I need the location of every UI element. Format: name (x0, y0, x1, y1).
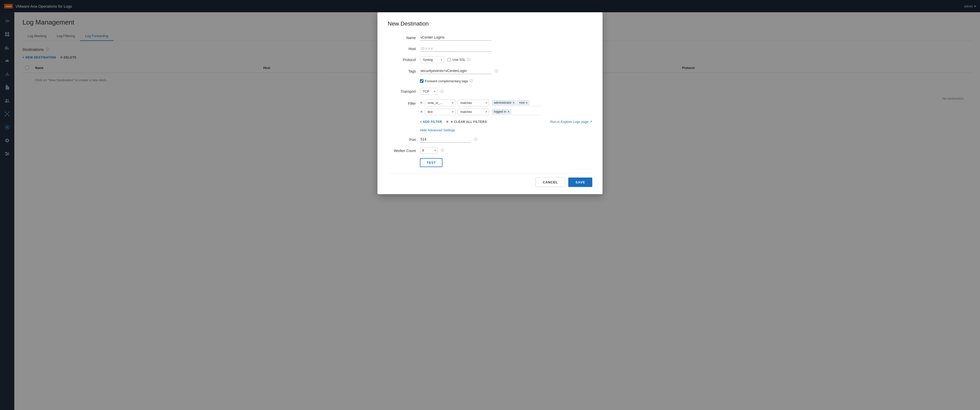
save-button[interactable]: SAVE (568, 177, 592, 187)
tags-label: Tags (388, 68, 416, 73)
run-explore-icon: ↗ (589, 120, 592, 123)
hide-advanced-settings-link[interactable]: Hide Advanced Settings (420, 128, 592, 132)
filter-2-tag-logged-in-label: logged in (494, 110, 506, 113)
use-ssl-wrap: Use SSL ⓘ (447, 57, 470, 62)
tags-info-icon: ⓘ (495, 69, 498, 73)
worker-count-control: 1 2 4 8 16 ▾ ⓘ (420, 147, 592, 154)
filter-1-tag-root: root ✕ (517, 100, 530, 105)
use-ssl-label[interactable]: Use SSL (452, 58, 465, 62)
transport-info-icon: ⓘ (441, 89, 444, 94)
test-button[interactable]: TEST (420, 158, 442, 167)
filter-2-operator-wrap: matches contains does not match ▾ (458, 109, 489, 115)
filter-control: ✕ vmw_vr_... ▾ matches contains does n (420, 100, 592, 123)
tags-input[interactable] (420, 68, 492, 74)
dialog-footer: CANCEL SAVE (388, 173, 592, 187)
run-explore-label: Run in Explore Logs page (550, 120, 589, 123)
filter-row-2: ✕ text ▾ matches contains does not mat (420, 108, 542, 115)
filter-2-field-wrap: text ▾ (425, 109, 455, 115)
forward-tags-label[interactable]: Forward complementary tags (425, 79, 468, 83)
filter-1-field-select[interactable]: vmw_vr_... (425, 100, 455, 106)
filter-1-value-pills: administrator ✕ root ✕ (491, 100, 542, 106)
worker-count-info-icon: ⓘ (441, 148, 444, 153)
filter-1-tag-root-label: root (519, 101, 525, 104)
filter-1-operator-wrap: matches contains does not match ▾ (458, 100, 489, 106)
filter-2-tag-logged-in: logged in ✕ (492, 109, 511, 114)
worker-count-row: Worker Count 1 2 4 8 16 ▾ ⓘ (388, 147, 592, 154)
filter-2-tag-logged-in-remove[interactable]: ✕ (508, 110, 509, 113)
name-row: Name (388, 34, 592, 41)
name-control (420, 34, 592, 41)
transport-control: TCP UDP ▾ ⓘ (420, 88, 592, 95)
filter-add-clear: + ADD FILTER ✕ ✕ CLEAR ALL FILTERS (420, 120, 487, 123)
transport-label: Transport (388, 88, 416, 93)
host-input[interactable] (420, 45, 492, 52)
host-control (420, 45, 592, 52)
new-destination-dialog: New Destination Name Host Protocol Syslo… (377, 12, 603, 194)
protocol-control: Syslog CFsyslog ▾ Use SSL ⓘ (420, 56, 592, 63)
port-input[interactable] (420, 136, 471, 142)
run-explore-link[interactable]: Run in Explore Logs page ↗ (550, 120, 592, 123)
dialog-title: New Destination (388, 21, 592, 27)
filter-1-tag-administrator-remove[interactable]: ✕ (512, 101, 515, 104)
forward-tags-row: Forward complementary tags ⓘ (388, 79, 592, 83)
tags-row: Tags ⓘ (388, 68, 592, 74)
forward-tags-wrap: Forward complementary tags ⓘ (420, 79, 473, 83)
modal-overlay: New Destination Name Host Protocol Syslo… (0, 0, 980, 410)
ssl-info-icon: ⓘ (467, 57, 470, 62)
forward-tags-info-icon: ⓘ (469, 79, 473, 83)
clear-filters-label: ✕ CLEAR ALL FILTERS (450, 120, 487, 123)
protocol-row: Protocol Syslog CFsyslog ▾ Use SSL ⓘ (388, 56, 592, 63)
clear-filters-icon: ✕ (446, 120, 449, 123)
filter-1-remove-icon[interactable]: ✕ (420, 101, 423, 105)
clear-filters-button[interactable]: ✕ ✕ CLEAR ALL FILTERS (446, 120, 487, 123)
port-info-icon: ⓘ (474, 137, 477, 142)
host-label: Host (388, 45, 416, 51)
filter-row-1: ✕ vmw_vr_... ▾ matches contains does n (420, 100, 542, 106)
worker-count-label: Worker Count (388, 147, 416, 153)
port-label: Port (388, 136, 416, 142)
tags-control: ⓘ (420, 68, 592, 74)
forward-tags-control: Forward complementary tags ⓘ (420, 79, 592, 83)
name-input[interactable] (420, 34, 492, 41)
filter-row: Filter ✕ vmw_vr_... ▾ (388, 100, 592, 123)
use-ssl-checkbox[interactable] (447, 58, 451, 62)
transport-select[interactable]: TCP UDP (420, 88, 438, 95)
filter-1-tag-root-remove[interactable]: ✕ (525, 101, 528, 104)
name-label: Name (388, 34, 416, 40)
filter-2-remove-icon[interactable]: ✕ (420, 110, 423, 114)
cancel-button[interactable]: CANCEL (535, 177, 565, 187)
transport-row: Transport TCP UDP ▾ ⓘ (388, 88, 592, 95)
forward-tags-checkbox[interactable] (420, 79, 423, 83)
filter-1-operator-select[interactable]: matches contains does not match (458, 100, 489, 106)
filter-2-operator-select[interactable]: matches contains does not match (458, 109, 489, 115)
filter-1-tag-administrator-label: administrator (494, 101, 511, 104)
protocol-select[interactable]: Syslog CFsyslog (420, 56, 444, 63)
add-filter-button[interactable]: + ADD FILTER (420, 120, 442, 123)
filter-rows: ✕ vmw_vr_... ▾ matches contains does n (420, 100, 542, 115)
filter-2-field-select[interactable]: text (425, 109, 455, 115)
filter-1-field-wrap: vmw_vr_... ▾ (425, 100, 455, 106)
filter-2-value-pills: logged in ✕ (491, 108, 542, 115)
filter-actions: + ADD FILTER ✕ ✕ CLEAR ALL FILTERS Run i… (420, 120, 592, 123)
port-control: ⓘ (420, 136, 592, 142)
filter-1-tag-administrator: administrator ✕ (492, 100, 516, 105)
host-row: Host (388, 45, 592, 52)
forward-tags-spacer (388, 79, 416, 80)
filter-label: Filter (388, 100, 416, 106)
port-row: Port ⓘ (388, 136, 592, 142)
protocol-label: Protocol (388, 56, 416, 62)
worker-count-select[interactable]: 1 2 4 8 16 (420, 147, 438, 154)
